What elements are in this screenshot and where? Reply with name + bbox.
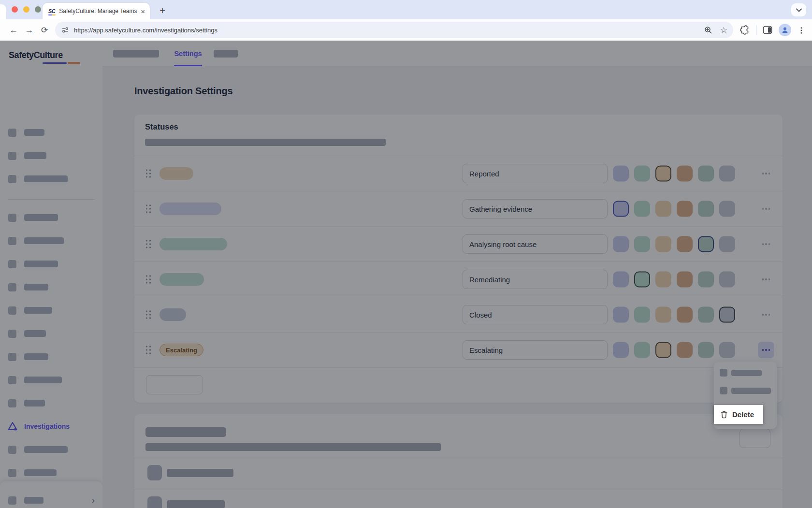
zoom-window-button[interactable] [35,6,41,13]
trash-icon [720,411,728,419]
forward-button[interactable]: → [21,22,37,38]
browser-menu-icon[interactable]: ⋮ [798,26,805,35]
address-bar[interactable]: https://app.safetyculture.com/investigat… [55,22,733,38]
side-panel-icon[interactable] [763,26,772,34]
safetyculture-favicon: SC [48,8,55,14]
adjacent-tab-edge [0,4,6,19]
url-text[interactable]: https://app.safetyculture.com/investigat… [74,27,699,34]
new-tab-button[interactable]: + [156,4,169,17]
tab-search-button[interactable] [791,3,806,16]
window-controls[interactable] [12,6,41,13]
back-button[interactable]: ← [6,22,21,38]
chevron-down-icon [796,8,802,12]
browser-toolbar: ← → ⟳ https://app.safetyculture.com/inve… [0,19,812,41]
toolbar-separator [756,25,756,35]
tab-title: SafetyCulture: Manage Teams and... [59,8,138,15]
zoom-icon[interactable] [704,26,712,34]
close-window-button[interactable] [12,6,18,13]
profile-avatar[interactable] [779,24,791,36]
extensions-icon[interactable] [740,25,750,35]
delete-label: Delete [732,410,754,419]
browser-tab[interactable]: SC SafetyCulture: Manage Teams and... × [43,3,150,19]
reload-button[interactable]: ⟳ [37,22,52,38]
delete-menu-item[interactable]: Delete [714,405,763,424]
person-icon [781,26,789,34]
browser-tab-strip: SC SafetyCulture: Manage Teams and... × … [0,0,812,19]
dim-overlay [0,41,812,508]
bookmark-star-icon[interactable]: ☆ [720,26,727,34]
site-settings-icon[interactable] [61,26,70,34]
tab-close-icon[interactable]: × [141,8,145,15]
minimize-window-button[interactable] [23,6,29,13]
